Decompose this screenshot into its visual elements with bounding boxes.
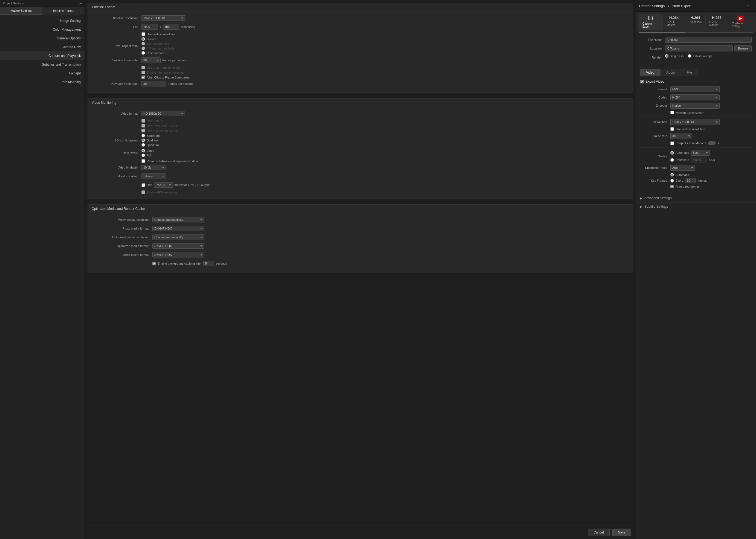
tab-master-settings[interactable]: Master Settings [0,7,42,15]
single-link-radio[interactable] [141,134,145,137]
interlace-checkbox[interactable] [141,71,145,74]
browse-button[interactable]: Browse [734,45,752,51]
rec601-select[interactable]: Rec.601 [154,182,173,188]
codec-select[interactable]: H.264 [670,94,719,101]
use-vertical-res-checkbox[interactable] [670,127,674,131]
render-tab-file[interactable]: File [681,69,698,76]
proxy-format-select[interactable]: DNxHR HQX [152,226,204,231]
dual-outputs-row: Use dual outputs on SDI [141,129,628,132]
quad-link-radio[interactable] [141,143,145,147]
encoding-profile-label: Encoding Profile [640,166,670,169]
export-video-checkbox[interactable] [640,80,644,83]
kf-auto-radio[interactable] [670,173,674,177]
use-matrix-checkbox[interactable] [141,183,145,187]
hdr-label: Enable HDR metadata [147,191,177,194]
quality-restrict-radio[interactable] [670,158,674,162]
sidebar-item-subtitles[interactable]: Subtitles and Transcription [0,60,85,69]
preset-custom-export[interactable]: 🎞 Custom Export [639,14,663,30]
timeline-frame-rate-select[interactable]: 30 [141,57,161,63]
proxy-res-select[interactable]: Choose automatically [152,217,204,222]
resolution-select[interactable]: 1920 x 1080 HD [670,119,719,125]
frame-rate-select[interactable]: 30 [670,133,692,139]
preset-youtube[interactable]: ▶ YouTube 1080p [728,14,753,30]
anamorphic-radio[interactable] [141,42,145,45]
align-clips-checkbox[interactable] [141,76,145,79]
use-level-a-checkbox[interactable] [141,124,145,127]
square-radio[interactable] [141,37,145,41]
use-vertical-checkbox[interactable] [141,32,145,36]
preset-hyperdeck[interactable]: H.264 HyperDeck [685,14,705,30]
bg-cache-checkbox[interactable] [152,262,156,266]
render-tab-video[interactable]: Video [640,69,660,76]
optimized-res-label: Optimized media resolution [92,236,152,239]
quality-row: Quality Automatic Best Restrict to Kb/s [640,150,752,163]
encoder-select[interactable]: Native [670,103,719,109]
quality-auto-radio[interactable] [670,151,674,155]
encoding-profile-select[interactable]: Auto [670,165,695,171]
render-cache-select[interactable]: DNxHR HQX [152,252,204,258]
sidebar-item-path-mapping[interactable]: Path Mapping [0,78,85,86]
preset-h264-master[interactable]: H.264 H.264 Master [663,14,685,30]
hdr-checkbox[interactable] [141,191,145,194]
chapters-toggle[interactable] [708,141,716,145]
sidebar-item-general-options[interactable]: General Options [0,34,85,43]
individual-clips-radio[interactable] [688,54,691,58]
chapters-checkbox[interactable] [670,141,674,145]
file-name-input[interactable] [665,37,752,43]
playback-rate-input[interactable] [141,81,166,86]
optimized-format-select[interactable]: DNxHR HQX [152,243,204,249]
frame-reorder-checkbox[interactable] [670,185,674,188]
kf-every-radio[interactable] [670,179,674,183]
sidebar-item-color-management[interactable]: Color Management [0,25,85,34]
timeline-frame-rate-label: Timeline frame rate [92,58,141,62]
kf-frames-input[interactable] [685,178,696,183]
cinemascope-radio[interactable] [141,51,145,55]
use-vertical-row: Use vertical resolution [141,32,628,36]
preset-h265-master[interactable]: H.265 H.265 Master [706,14,728,30]
drop-frame-checkbox[interactable] [141,66,145,69]
timeline-frame-rate-row: Timeline frame rate 30 frames per second [92,57,628,63]
project-dots-menu[interactable]: ··· [79,2,82,5]
width-input[interactable] [141,24,158,30]
bg-cache-seconds-input[interactable] [203,261,214,266]
location-input[interactable] [665,45,733,51]
sidebar-item-camera-raw[interactable]: Camera Raw [0,43,85,51]
cancel-button[interactable]: Cancel [588,529,609,536]
quality-kbps-input[interactable] [691,157,707,163]
network-opt-checkbox[interactable] [670,111,674,115]
use-444-checkbox[interactable] [141,119,145,122]
render-tab-audio[interactable]: Audio [660,69,680,76]
format-select[interactable]: MP4 [670,86,719,92]
anamorphic-radio-row: 16:9 anamorphic [141,42,176,45]
subtitle-settings-section[interactable]: ▶ Subtitle Settings [636,202,756,211]
anamorphic-label: 16:9 anamorphic [147,42,169,45]
timeline-resolution-select[interactable]: 1920 x 1080 HD [141,15,185,21]
retain-sub-checkbox[interactable] [141,159,145,163]
video-monitoring-section: Video Monitoring Video format HD 1080p 3… [88,98,633,199]
save-button[interactable]: Save [612,529,631,536]
render-dots-menu[interactable]: ··· [745,2,753,9]
footer-buttons: Cancel Save [85,526,636,539]
dual-link-radio[interactable] [141,138,145,142]
full-data-radio[interactable] [141,153,145,157]
cinemascope-radio-row: Cinemascope [141,51,176,55]
height-input[interactable] [163,24,179,30]
video-bit-depth-select[interactable]: 10 bit [141,165,166,170]
video-format-select[interactable]: HD 1080p 30 [141,111,185,116]
standard-def-radio[interactable] [141,46,145,50]
sidebar-item-fairlight[interactable]: Fairlight [0,69,85,78]
h265-master-icon: H.265 [712,16,721,20]
single-clip-radio[interactable] [665,54,668,58]
sidebar-item-image-scaling[interactable]: Image Scaling [0,16,85,25]
sidebar-item-capture-playback[interactable]: Capture and Playback [0,51,85,60]
advanced-settings-section[interactable]: ▶ Advanced Settings [636,194,756,202]
dual-outputs-checkbox[interactable] [141,129,145,132]
quality-best-select[interactable]: Best [691,150,710,156]
optimized-res-select[interactable]: Choose automatically [152,234,204,240]
video-data-radio[interactable] [141,149,145,152]
tab-timeline-format[interactable]: Timeline Format [42,7,85,15]
drop-frame-label: Use drop frame timecode [147,66,181,69]
full-data-row: Full [141,153,154,157]
proxy-format-label: Proxy media format [92,227,152,230]
monitor-scaling-select[interactable]: Bilinear [141,174,166,179]
